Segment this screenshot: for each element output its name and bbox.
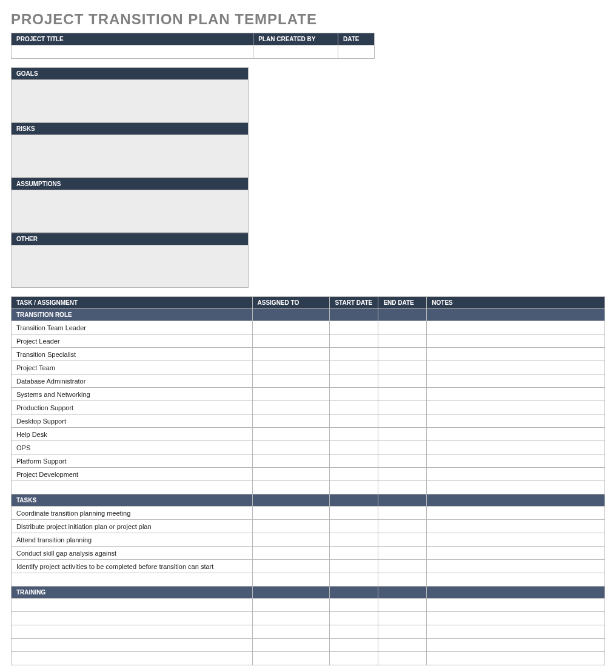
blank-cell[interactable] <box>427 481 605 494</box>
end-date-cell[interactable] <box>378 533 427 547</box>
start-date-cell[interactable] <box>330 507 378 520</box>
notes-cell[interactable] <box>427 520 605 533</box>
task-name-cell[interactable]: Help Desk <box>12 428 253 441</box>
notes-cell[interactable] <box>427 468 605 481</box>
end-date-cell[interactable] <box>378 414 427 428</box>
task-name-cell[interactable]: Attend transition planning <box>12 533 253 547</box>
task-name-cell[interactable]: Project Team <box>12 361 253 374</box>
end-date-cell[interactable] <box>378 441 427 454</box>
end-date-cell[interactable] <box>378 348 427 361</box>
end-date-cell[interactable] <box>378 639 427 652</box>
blank-cell[interactable] <box>330 573 378 587</box>
plan-created-by-input[interactable] <box>253 45 338 59</box>
task-name-cell[interactable] <box>12 652 253 665</box>
assigned-to-cell[interactable] <box>252 454 330 468</box>
assigned-to-cell[interactable] <box>252 388 330 401</box>
notes-cell[interactable] <box>427 639 605 652</box>
assigned-to-cell[interactable] <box>252 533 330 547</box>
start-date-cell[interactable] <box>330 612 378 625</box>
assigned-to-cell[interactable] <box>252 599 330 612</box>
assigned-to-cell[interactable] <box>252 652 330 665</box>
task-name-cell[interactable]: Identify project activities to be comple… <box>12 560 253 573</box>
assigned-to-cell[interactable] <box>252 625 330 639</box>
end-date-cell[interactable] <box>378 334 427 348</box>
date-input[interactable] <box>338 45 375 59</box>
assigned-to-cell[interactable] <box>252 612 330 625</box>
notes-cell[interactable] <box>427 428 605 441</box>
section-input[interactable] <box>12 135 249 178</box>
end-date-cell[interactable] <box>378 401 427 414</box>
notes-cell[interactable] <box>427 414 605 428</box>
blank-cell[interactable] <box>12 573 253 587</box>
assigned-to-cell[interactable] <box>252 374 330 388</box>
task-name-cell[interactable]: Production Support <box>12 401 253 414</box>
blank-cell[interactable] <box>427 573 605 587</box>
assigned-to-cell[interactable] <box>252 334 330 348</box>
end-date-cell[interactable] <box>378 625 427 639</box>
start-date-cell[interactable] <box>330 374 378 388</box>
notes-cell[interactable] <box>427 560 605 573</box>
task-name-cell[interactable]: Coordinate transition planning meeting <box>12 507 253 520</box>
task-name-cell[interactable]: Project Leader <box>12 334 253 348</box>
end-date-cell[interactable] <box>378 547 427 560</box>
end-date-cell[interactable] <box>378 560 427 573</box>
task-name-cell[interactable]: OPS <box>12 441 253 454</box>
notes-cell[interactable] <box>427 652 605 665</box>
task-name-cell[interactable] <box>12 612 253 625</box>
notes-cell[interactable] <box>427 625 605 639</box>
notes-cell[interactable] <box>427 321 605 334</box>
project-title-input[interactable] <box>12 45 253 59</box>
assigned-to-cell[interactable] <box>252 321 330 334</box>
task-name-cell[interactable]: Conduct skill gap analysis against <box>12 547 253 560</box>
start-date-cell[interactable] <box>330 625 378 639</box>
blank-cell[interactable] <box>330 481 378 494</box>
notes-cell[interactable] <box>427 401 605 414</box>
section-input[interactable] <box>12 190 249 233</box>
start-date-cell[interactable] <box>330 428 378 441</box>
end-date-cell[interactable] <box>378 428 427 441</box>
notes-cell[interactable] <box>427 612 605 625</box>
assigned-to-cell[interactable] <box>252 401 330 414</box>
start-date-cell[interactable] <box>330 361 378 374</box>
start-date-cell[interactable] <box>330 454 378 468</box>
start-date-cell[interactable] <box>330 348 378 361</box>
start-date-cell[interactable] <box>330 547 378 560</box>
assigned-to-cell[interactable] <box>252 348 330 361</box>
start-date-cell[interactable] <box>330 321 378 334</box>
end-date-cell[interactable] <box>378 599 427 612</box>
start-date-cell[interactable] <box>330 520 378 533</box>
blank-cell[interactable] <box>252 481 330 494</box>
end-date-cell[interactable] <box>378 454 427 468</box>
start-date-cell[interactable] <box>330 533 378 547</box>
start-date-cell[interactable] <box>330 468 378 481</box>
assigned-to-cell[interactable] <box>252 547 330 560</box>
notes-cell[interactable] <box>427 388 605 401</box>
assigned-to-cell[interactable] <box>252 520 330 533</box>
notes-cell[interactable] <box>427 547 605 560</box>
blank-cell[interactable] <box>378 573 427 587</box>
notes-cell[interactable] <box>427 533 605 547</box>
start-date-cell[interactable] <box>330 441 378 454</box>
task-name-cell[interactable]: Desktop Support <box>12 414 253 428</box>
task-name-cell[interactable] <box>12 639 253 652</box>
assigned-to-cell[interactable] <box>252 639 330 652</box>
start-date-cell[interactable] <box>330 560 378 573</box>
task-name-cell[interactable] <box>12 625 253 639</box>
start-date-cell[interactable] <box>330 388 378 401</box>
end-date-cell[interactable] <box>378 507 427 520</box>
end-date-cell[interactable] <box>378 374 427 388</box>
blank-cell[interactable] <box>12 481 253 494</box>
end-date-cell[interactable] <box>378 520 427 533</box>
blank-cell[interactable] <box>252 573 330 587</box>
assigned-to-cell[interactable] <box>252 441 330 454</box>
blank-cell[interactable] <box>378 481 427 494</box>
start-date-cell[interactable] <box>330 652 378 665</box>
end-date-cell[interactable] <box>378 468 427 481</box>
assigned-to-cell[interactable] <box>252 361 330 374</box>
assigned-to-cell[interactable] <box>252 428 330 441</box>
assigned-to-cell[interactable] <box>252 560 330 573</box>
assigned-to-cell[interactable] <box>252 468 330 481</box>
end-date-cell[interactable] <box>378 612 427 625</box>
notes-cell[interactable] <box>427 374 605 388</box>
section-input[interactable] <box>12 80 249 122</box>
